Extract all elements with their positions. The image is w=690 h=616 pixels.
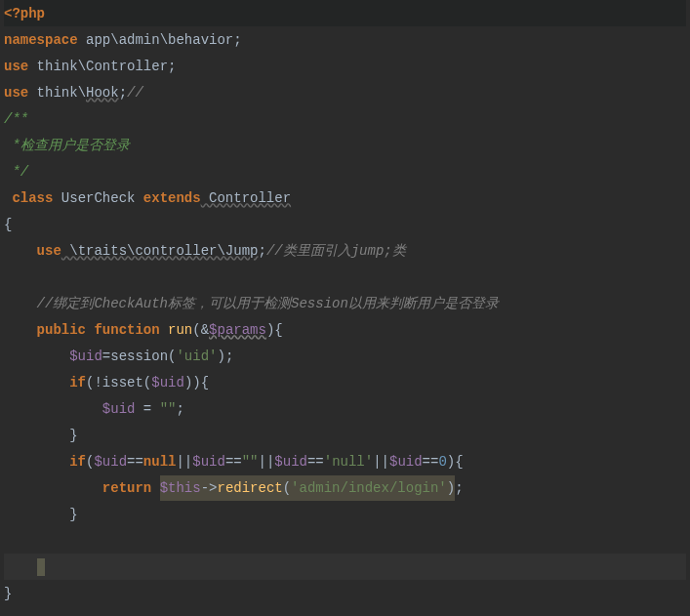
code-line-active (4, 554, 686, 580)
code-editor[interactable]: <?php namespace app\admin\behavior; use … (0, 0, 690, 606)
brace-close: } (69, 423, 77, 448)
function-name: run (168, 317, 192, 343)
code-line: /** (4, 105, 686, 132)
amp: & (201, 317, 209, 343)
keyword-extends: extends (143, 185, 201, 211)
code-line: } (4, 422, 686, 448)
code-line: namespace app\admin\behavior; (4, 26, 686, 53)
code-line: <?php (4, 0, 686, 26)
keyword-use: use (37, 238, 61, 264)
indent (4, 502, 69, 527)
indent (4, 185, 12, 211)
param-var: $params (209, 317, 266, 343)
code-line: } (4, 501, 686, 527)
indent (4, 475, 102, 501)
string: 'admin/index/login' (291, 480, 447, 496)
code-line: $uid = ""; (4, 395, 686, 422)
use-class-wavy: Hook (86, 80, 119, 105)
class-name: UserCheck (53, 185, 142, 211)
code-line: public function run(&$params){ (4, 316, 686, 343)
code-line: } (4, 580, 686, 606)
indent (4, 238, 37, 264)
keyword-use: use (4, 80, 28, 105)
indent (4, 344, 69, 369)
use-path: think\ (28, 80, 86, 105)
namespace-path: app\admin\behavior (78, 27, 234, 53)
indent (4, 396, 102, 422)
string: 'uid' (176, 344, 217, 369)
code-line: $uid=session('uid'); (4, 343, 686, 369)
semicolon: ; (168, 54, 176, 79)
indent (4, 370, 69, 395)
variable: $uid (94, 449, 127, 474)
variable: $uid (151, 370, 184, 395)
isset-fn: isset (102, 370, 143, 395)
comment: // (127, 80, 143, 105)
variable: $uid (102, 396, 136, 422)
semicolon: ; (258, 238, 265, 264)
docblock-open: /** (4, 106, 28, 132)
comment: //类里面引入jump;类 (266, 238, 406, 264)
trait-path: \traits\controller\Jump (61, 238, 259, 264)
semicolon: ; (119, 80, 127, 105)
keyword-if: if (69, 370, 86, 395)
cursor (37, 558, 45, 576)
semicolon: ; (233, 27, 241, 53)
indent (4, 291, 37, 316)
code-line: if($uid==null||$uid==""||$uid=='null'||$… (4, 448, 686, 474)
paren-open: ( (192, 317, 200, 343)
docblock-line: *检查用户是否登录 (4, 133, 130, 158)
code-line: if(!isset($uid)){ (4, 369, 686, 395)
php-open-tag: <?php (4, 1, 45, 26)
this-var: $this (160, 480, 201, 496)
extends-class: Controller (201, 185, 291, 211)
brace-close: } (69, 502, 77, 527)
keyword-return: return (102, 475, 151, 501)
indent (4, 317, 37, 343)
code-line: *检查用户是否登录 (4, 132, 686, 158)
code-line: use think\Hook;// (4, 79, 686, 105)
code-line (4, 264, 686, 290)
code-line: */ (4, 158, 686, 185)
brace-close: } (4, 581, 12, 606)
code-line: return $this->redirect('admin/index/logi… (4, 474, 686, 501)
code-line: class UserCheck extends Controller (4, 185, 686, 211)
equals: = (102, 344, 110, 369)
keyword-public: public (37, 317, 86, 343)
not-op: ! (94, 370, 101, 395)
indent (4, 554, 37, 580)
number: 0 (438, 449, 446, 474)
keyword-class: class (12, 185, 53, 211)
indent (4, 423, 69, 448)
code-line: { (4, 211, 686, 237)
variable: $uid (69, 344, 102, 369)
keyword-null: null (143, 449, 177, 474)
keyword-function: function (94, 317, 159, 343)
docblock-close: */ (4, 159, 28, 185)
code-line: use think\Controller; (4, 53, 686, 79)
string: "" (160, 396, 177, 422)
brace-open: { (4, 212, 12, 237)
keyword-namespace: namespace (4, 27, 78, 53)
code-line (4, 527, 686, 554)
function-call: session (110, 344, 168, 369)
method-call: redirect (217, 480, 282, 496)
indent (4, 449, 69, 474)
code-line: use \traits\controller\Jump;//类里面引入jump;… (4, 237, 686, 264)
use-path: think\Controller (28, 54, 168, 79)
keyword-use: use (4, 54, 28, 79)
keyword-if: if (69, 449, 86, 474)
arrow: -> (201, 480, 218, 496)
comment: //绑定到CheckAuth标签，可以用于检测Session以用来判断用户是否登… (37, 291, 499, 316)
code-line: //绑定到CheckAuth标签，可以用于检测Session以用来判断用户是否登… (4, 290, 686, 316)
brace-open: { (274, 317, 282, 343)
paren-close: ) (266, 317, 274, 343)
